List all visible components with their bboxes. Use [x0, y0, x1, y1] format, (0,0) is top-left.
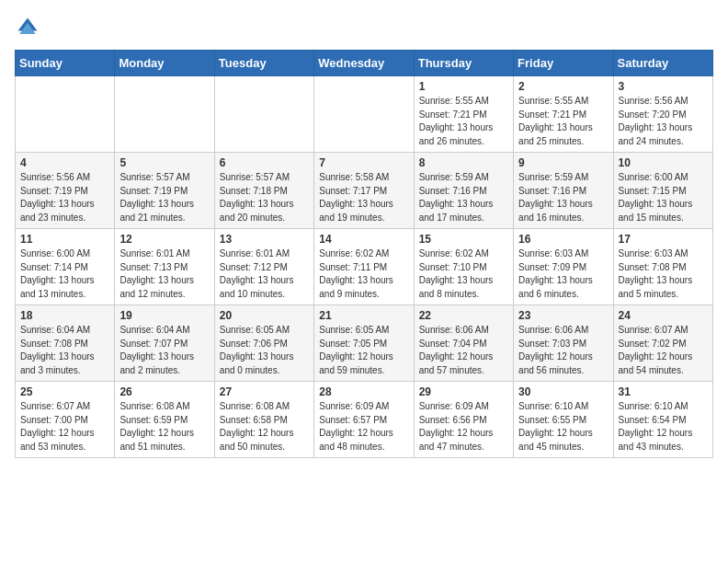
calendar-cell: 14Sunrise: 6:02 AM Sunset: 7:11 PM Dayli…	[314, 229, 414, 305]
day-number: 27	[220, 385, 309, 398]
day-number: 19	[119, 309, 209, 322]
day-info: Sunrise: 5:56 AM Sunset: 7:19 PM Dayligh…	[20, 171, 109, 224]
day-info: Sunrise: 6:04 AM Sunset: 7:07 PM Dayligh…	[119, 324, 209, 377]
day-info: Sunrise: 5:57 AM Sunset: 7:18 PM Dayligh…	[220, 171, 309, 224]
day-info: Sunrise: 5:56 AM Sunset: 7:20 PM Dayligh…	[619, 95, 708, 148]
day-info: Sunrise: 6:09 AM Sunset: 6:57 PM Dayligh…	[319, 400, 408, 454]
day-info: Sunrise: 5:58 AM Sunset: 7:17 PM Dayligh…	[319, 171, 408, 224]
weekday-header: Friday	[514, 51, 613, 76]
day-info: Sunrise: 6:02 AM Sunset: 7:10 PM Dayligh…	[419, 247, 508, 301]
day-number: 2	[518, 80, 608, 93]
day-info: Sunrise: 5:59 AM Sunset: 7:16 PM Dayligh…	[419, 171, 508, 224]
day-info: Sunrise: 6:03 AM Sunset: 7:08 PM Dayligh…	[619, 247, 708, 301]
day-info: Sunrise: 6:01 AM Sunset: 7:13 PM Dayligh…	[119, 247, 209, 301]
calendar-cell: 1Sunrise: 5:55 AM Sunset: 7:21 PM Daylig…	[414, 76, 513, 153]
weekday-header: Monday	[115, 51, 214, 76]
calendar-cell: 2Sunrise: 5:55 AM Sunset: 7:21 PM Daylig…	[514, 76, 613, 153]
day-number: 21	[319, 309, 408, 322]
day-number: 20	[220, 309, 309, 322]
calendar-cell	[16, 76, 115, 153]
day-info: Sunrise: 6:01 AM Sunset: 7:12 PM Dayligh…	[220, 247, 309, 301]
calendar-cell: 29Sunrise: 6:09 AM Sunset: 6:56 PM Dayli…	[414, 382, 513, 458]
day-number: 16	[518, 233, 608, 246]
calendar-cell: 24Sunrise: 6:07 AM Sunset: 7:02 PM Dayli…	[613, 305, 712, 382]
logo-icon	[15, 15, 40, 40]
calendar-cell: 19Sunrise: 6:04 AM Sunset: 7:07 PM Dayli…	[115, 305, 214, 382]
day-info: Sunrise: 5:55 AM Sunset: 7:21 PM Dayligh…	[518, 95, 608, 148]
calendar-cell: 18Sunrise: 6:04 AM Sunset: 7:08 PM Dayli…	[16, 305, 115, 382]
calendar-cell: 21Sunrise: 6:05 AM Sunset: 7:05 PM Dayli…	[314, 305, 414, 382]
day-number: 14	[319, 233, 408, 246]
day-number: 29	[419, 385, 508, 398]
calendar-cell: 11Sunrise: 6:00 AM Sunset: 7:14 PM Dayli…	[16, 229, 115, 305]
day-info: Sunrise: 5:57 AM Sunset: 7:19 PM Dayligh…	[119, 171, 209, 224]
calendar-week-row: 25Sunrise: 6:07 AM Sunset: 7:00 PM Dayli…	[16, 382, 713, 458]
day-info: Sunrise: 6:00 AM Sunset: 7:14 PM Dayligh…	[20, 247, 109, 301]
logo	[15, 15, 44, 40]
day-info: Sunrise: 6:06 AM Sunset: 7:03 PM Dayligh…	[518, 324, 608, 377]
calendar-cell: 12Sunrise: 6:01 AM Sunset: 7:13 PM Dayli…	[115, 229, 214, 305]
day-number: 9	[518, 156, 608, 169]
day-info: Sunrise: 6:08 AM Sunset: 6:58 PM Dayligh…	[220, 400, 309, 454]
day-number: 13	[220, 233, 309, 246]
day-info: Sunrise: 6:00 AM Sunset: 7:15 PM Dayligh…	[619, 171, 708, 224]
day-number: 17	[619, 233, 708, 246]
calendar-cell: 16Sunrise: 6:03 AM Sunset: 7:09 PM Dayli…	[514, 229, 613, 305]
calendar-cell: 5Sunrise: 5:57 AM Sunset: 7:19 PM Daylig…	[115, 153, 214, 229]
weekday-header: Sunday	[16, 51, 115, 76]
day-info: Sunrise: 6:03 AM Sunset: 7:09 PM Dayligh…	[518, 247, 608, 301]
day-info: Sunrise: 6:07 AM Sunset: 7:00 PM Dayligh…	[20, 400, 109, 454]
calendar-cell: 9Sunrise: 5:59 AM Sunset: 7:16 PM Daylig…	[514, 153, 613, 229]
calendar-cell: 17Sunrise: 6:03 AM Sunset: 7:08 PM Dayli…	[613, 229, 712, 305]
calendar-cell: 20Sunrise: 6:05 AM Sunset: 7:06 PM Dayli…	[214, 305, 313, 382]
day-number: 7	[319, 156, 408, 169]
calendar-cell: 30Sunrise: 6:10 AM Sunset: 6:55 PM Dayli…	[514, 382, 613, 458]
calendar-cell: 6Sunrise: 5:57 AM Sunset: 7:18 PM Daylig…	[214, 153, 313, 229]
calendar-cell	[314, 76, 414, 153]
calendar-cell: 4Sunrise: 5:56 AM Sunset: 7:19 PM Daylig…	[16, 153, 115, 229]
calendar-cell: 22Sunrise: 6:06 AM Sunset: 7:04 PM Dayli…	[414, 305, 513, 382]
day-info: Sunrise: 6:07 AM Sunset: 7:02 PM Dayligh…	[619, 324, 708, 377]
day-info: Sunrise: 5:59 AM Sunset: 7:16 PM Dayligh…	[518, 171, 608, 224]
calendar-week-row: 11Sunrise: 6:00 AM Sunset: 7:14 PM Dayli…	[16, 229, 713, 305]
calendar-cell: 8Sunrise: 5:59 AM Sunset: 7:16 PM Daylig…	[414, 153, 513, 229]
calendar-cell: 31Sunrise: 6:10 AM Sunset: 6:54 PM Dayli…	[613, 382, 712, 458]
calendar-cell	[214, 76, 313, 153]
day-info: Sunrise: 6:09 AM Sunset: 6:56 PM Dayligh…	[419, 400, 508, 454]
weekday-header: Saturday	[613, 51, 712, 76]
day-number: 31	[619, 385, 708, 398]
weekday-header: Tuesday	[214, 51, 313, 76]
day-number: 22	[419, 309, 508, 322]
day-info: Sunrise: 6:04 AM Sunset: 7:08 PM Dayligh…	[20, 324, 109, 377]
calendar-week-row: 18Sunrise: 6:04 AM Sunset: 7:08 PM Dayli…	[16, 305, 713, 382]
day-number: 6	[220, 156, 309, 169]
day-number: 28	[319, 385, 408, 398]
day-info: Sunrise: 6:05 AM Sunset: 7:05 PM Dayligh…	[319, 324, 408, 377]
day-number: 18	[20, 309, 109, 322]
calendar-cell: 15Sunrise: 6:02 AM Sunset: 7:10 PM Dayli…	[414, 229, 513, 305]
calendar-cell: 10Sunrise: 6:00 AM Sunset: 7:15 PM Dayli…	[613, 153, 712, 229]
day-number: 11	[20, 233, 109, 246]
day-info: Sunrise: 6:02 AM Sunset: 7:11 PM Dayligh…	[319, 247, 408, 301]
day-number: 4	[20, 156, 109, 169]
calendar-week-row: 4Sunrise: 5:56 AM Sunset: 7:19 PM Daylig…	[16, 153, 713, 229]
day-number: 10	[619, 156, 708, 169]
calendar-cell: 23Sunrise: 6:06 AM Sunset: 7:03 PM Dayli…	[514, 305, 613, 382]
calendar-cell: 3Sunrise: 5:56 AM Sunset: 7:20 PM Daylig…	[613, 76, 712, 153]
calendar-cell: 26Sunrise: 6:08 AM Sunset: 6:59 PM Dayli…	[115, 382, 214, 458]
calendar-cell	[115, 76, 214, 153]
day-number: 8	[419, 156, 508, 169]
calendar-cell: 27Sunrise: 6:08 AM Sunset: 6:58 PM Dayli…	[214, 382, 313, 458]
day-info: Sunrise: 6:05 AM Sunset: 7:06 PM Dayligh…	[220, 324, 309, 377]
day-info: Sunrise: 6:06 AM Sunset: 7:04 PM Dayligh…	[419, 324, 508, 377]
day-number: 24	[619, 309, 708, 322]
calendar-cell: 25Sunrise: 6:07 AM Sunset: 7:00 PM Dayli…	[16, 382, 115, 458]
calendar-cell: 13Sunrise: 6:01 AM Sunset: 7:12 PM Dayli…	[214, 229, 313, 305]
day-number: 23	[518, 309, 608, 322]
day-number: 12	[119, 233, 209, 246]
weekday-header: Thursday	[414, 51, 513, 76]
day-number: 25	[20, 385, 109, 398]
weekday-header: Wednesday	[314, 51, 414, 76]
calendar-week-row: 1Sunrise: 5:55 AM Sunset: 7:21 PM Daylig…	[16, 76, 713, 153]
calendar-header-row: SundayMondayTuesdayWednesdayThursdayFrid…	[16, 51, 713, 76]
